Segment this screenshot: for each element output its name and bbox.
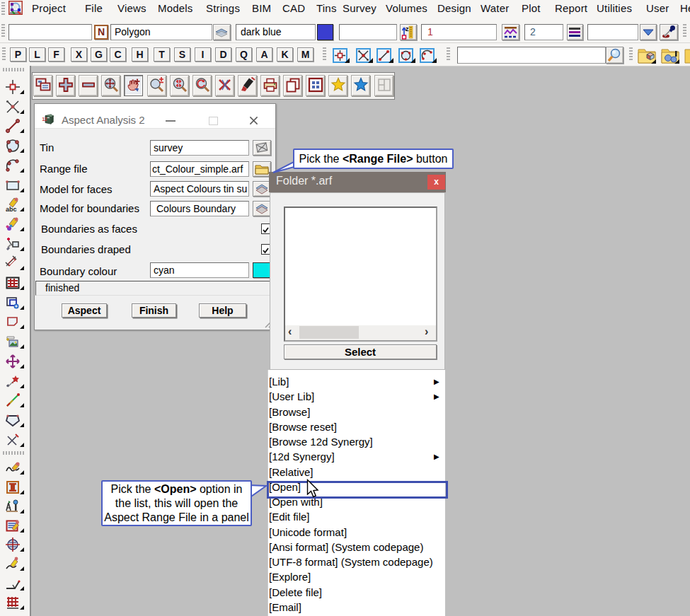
- svg-text:12: 12: [42, 117, 48, 122]
- svg-text:z: z: [406, 25, 409, 33]
- svg-text:abc: abc: [6, 206, 17, 212]
